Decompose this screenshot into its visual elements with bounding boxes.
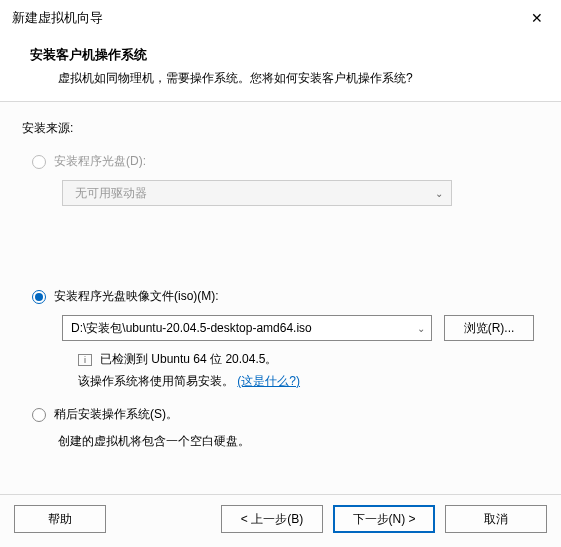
option-iso-label: 安装程序光盘映像文件(iso)(M): <box>54 288 219 305</box>
radio-disc[interactable] <box>32 155 46 169</box>
wizard-header: 安装客户机操作系统 虚拟机如同物理机，需要操作系统。您将如何安装客户机操作系统? <box>0 34 561 101</box>
whats-this-link[interactable]: (这是什么?) <box>237 374 300 388</box>
detect-text-1: 已检测到 Ubuntu 64 位 20.04.5。 <box>100 349 277 371</box>
radio-iso[interactable] <box>32 290 46 304</box>
install-source-label: 安装来源: <box>22 120 539 137</box>
radio-later[interactable] <box>32 408 46 422</box>
window-title: 新建虚拟机向导 <box>12 9 103 27</box>
browse-button[interactable]: 浏览(R)... <box>444 315 534 341</box>
next-button[interactable]: 下一步(N) > <box>333 505 435 533</box>
disc-dropdown[interactable]: 无可用驱动器 ⌄ <box>62 180 452 206</box>
detect-text-2: 该操作系统将使用简易安装。 <box>78 374 234 388</box>
content-area: 安装来源: 安装程序光盘(D): 无可用驱动器 ⌄ 安装程序光盘映像文件(iso… <box>0 102 561 494</box>
option-iso[interactable]: 安装程序光盘映像文件(iso)(M): <box>32 288 539 305</box>
option-later-label: 稍后安装操作系统(S)。 <box>54 406 178 423</box>
option-disc[interactable]: 安装程序光盘(D): <box>32 153 539 170</box>
detect-info: i 已检测到 Ubuntu 64 位 20.04.5。 该操作系统将使用简易安装… <box>78 349 539 392</box>
disc-dropdown-value: 无可用驱动器 <box>75 185 147 202</box>
iso-path-value: D:\安装包\ubuntu-20.04.5-desktop-amd64.iso <box>71 320 312 337</box>
option-disc-label: 安装程序光盘(D): <box>54 153 146 170</box>
footer: 帮助 < 上一步(B) 下一步(N) > 取消 <box>0 494 561 547</box>
info-icon: i <box>78 354 92 366</box>
help-button[interactable]: 帮助 <box>14 505 106 533</box>
cancel-button[interactable]: 取消 <box>445 505 547 533</box>
option-later[interactable]: 稍后安装操作系统(S)。 <box>32 406 539 423</box>
titlebar: 新建虚拟机向导 ✕ <box>0 0 561 34</box>
close-icon[interactable]: ✕ <box>525 8 549 28</box>
iso-path-combo[interactable]: D:\安装包\ubuntu-20.04.5-desktop-amd64.iso … <box>62 315 432 341</box>
chevron-down-icon: ⌄ <box>435 188 443 199</box>
back-button[interactable]: < 上一步(B) <box>221 505 323 533</box>
later-description: 创建的虚拟机将包含一个空白硬盘。 <box>58 433 539 450</box>
page-subtitle: 虚拟机如同物理机，需要操作系统。您将如何安装客户机操作系统? <box>30 70 541 87</box>
page-heading: 安装客户机操作系统 <box>30 46 541 64</box>
chevron-down-icon: ⌄ <box>417 323 425 334</box>
